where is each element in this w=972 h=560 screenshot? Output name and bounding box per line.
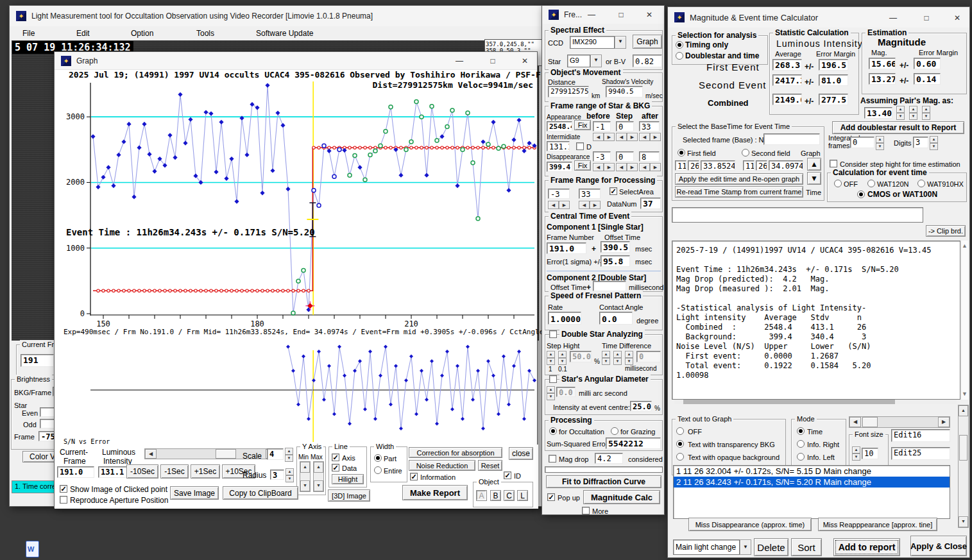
make-report-button[interactable]: Make Report [402,485,468,500]
step-spinner[interactable]: ◀▶ [616,133,638,141]
graph-down-button[interactable]: ▼ [807,172,821,185]
assuming-spinner2[interactable]: ▲▼ [909,106,917,120]
mag2-field[interactable]: 13.27 [869,73,896,85]
up-arrow-icon[interactable]: ▲ [300,462,310,473]
after2-field[interactable]: 8 [639,151,660,162]
maximize-icon[interactable]: □ [486,55,500,67]
angular-spinner[interactable]: ▲▼ [547,386,555,399]
ymax-scrollbar[interactable]: ▲ ▼ [313,461,324,492]
sum-squared-field[interactable]: 5542212 [606,437,661,449]
before-field[interactable]: -1 [593,121,611,132]
time2-mm[interactable]: 26 [756,160,767,171]
time1-ss[interactable]: 33.8524 [701,160,735,171]
copy-clipboard-button[interactable]: Copy to ClipBoard [223,486,298,500]
object-c-button[interactable]: C [504,490,515,501]
reread-timestamp-button[interactable]: Re-read Time Stamp from current frame [675,186,803,198]
selected-frame-field[interactable] [763,133,820,145]
disappearance-fix-button[interactable]: Fix [574,160,591,171]
add-to-report-button[interactable]: Add to report [833,538,900,556]
time2-ss[interactable]: 34.0974 [769,160,803,171]
close-icon[interactable]: ✕ [642,8,656,21]
appearance-field[interactable]: 2548.4 [547,121,572,132]
angular-diameter-checkbox[interactable] [549,375,557,383]
correction-absorption-button[interactable]: Correction for absorption [409,447,502,458]
wat120n-radio[interactable] [867,180,875,187]
offset-time-field[interactable]: 390.5 [601,241,630,253]
menu-edit[interactable]: Edit [76,30,90,37]
transparency-radio[interactable] [676,440,684,448]
3d-image-button[interactable]: [3D] Image [328,489,370,502]
light-change-combo[interactable]: Main light change▼ [673,539,751,555]
graph-titlebar[interactable]: ✦ Graph — □ ✕ [55,52,537,70]
offset-time2-field[interactable] [593,281,626,291]
mag-drop-field[interactable]: 4.2 [595,453,623,464]
scroll-thumb[interactable] [216,449,236,459]
up-arrow-icon[interactable]: ▲ [959,405,968,416]
radius-field[interactable]: 3 [270,470,284,480]
before2-field[interactable]: -3 [593,151,611,162]
main-titlebar[interactable]: ✦ Light Measurement tool for Occultation… [10,6,548,26]
combined-average-field[interactable]: 2149.0 [772,94,802,105]
before2-spinner[interactable]: ◀▶ [593,163,615,171]
digits-field[interactable]: 3 [913,137,928,148]
document-icon[interactable]: W [26,541,39,557]
radius-spinner[interactable]: ▲▼ [286,468,294,481]
popup-checkbox[interactable] [547,493,555,501]
frame-number-field[interactable]: 191.0 [547,242,586,254]
miss-disappearance-button[interactable]: Miss Disappearance (approx. time) [688,518,812,531]
mode-time-radio[interactable] [797,427,805,435]
close-button[interactable]: close [509,447,533,460]
disappearance-field[interactable]: 399.4 [547,162,572,172]
result-row[interactable]: 1 11 26 32.004 +/- 0.172s, S/N= 5.15 D M… [674,466,950,477]
axis-checkbox[interactable] [332,454,339,461]
minimize-icon[interactable]: — [452,55,466,67]
down-arrow-icon[interactable]: ▼ [962,391,968,397]
delete-button[interactable]: Delete [754,538,789,556]
object-l-button[interactable]: L [517,490,528,501]
rate-field[interactable]: 1.0000 [548,312,581,325]
scroll-right-icon[interactable]: ▶ [938,417,950,427]
mag-drop-checkbox[interactable] [549,455,556,462]
assuming-pairs-field[interactable]: 13.40 [864,107,892,119]
select-area-checkbox[interactable] [610,187,617,195]
menu-option[interactable]: Option [131,30,153,37]
for-occultation-radio[interactable] [549,427,557,435]
angular-field[interactable]: 0.0 [556,387,576,397]
apply-close-button[interactable]: Apply & Close [910,536,967,556]
report-text-area[interactable]: 2025-7-19 / (14991)1997 UV14 / UCAC4 395… [672,241,960,400]
data-checkbox[interactable] [332,464,339,471]
calculator-titlebar[interactable]: ✦ Magnitude & Event time Calculator — □ … [668,7,969,28]
part-radio[interactable] [374,454,382,462]
timing-only-radio[interactable] [676,41,683,49]
scroll-thumb[interactable] [862,417,878,427]
wat910hx-radio[interactable] [917,180,925,187]
scroll-thumb[interactable] [959,435,968,461]
appearance-fix-button[interactable]: Fix [574,120,591,130]
edit25-field[interactable]: Edit25 [891,447,950,460]
after2-spinner[interactable]: ◀▶ [639,163,661,171]
range-end-field[interactable]: 33 [579,189,601,199]
ymin-scrollbar[interactable]: ▲ ▼ [300,461,311,492]
object-b-button[interactable]: B [490,490,501,501]
report-hscrollbar[interactable] [674,400,957,404]
range-end-spinner[interactable]: ◀▶ [579,201,601,209]
mag2-error-field[interactable]: 0.14 [914,73,941,85]
ccd-combo[interactable]: IMX290▼ [570,36,626,49]
minus-10sec-button[interactable]: -10Sec [126,464,158,479]
second-field-radio[interactable] [742,149,749,157]
time2-hh[interactable]: 11 [743,160,755,171]
off-radio[interactable] [834,180,842,187]
step-hight-spinner1[interactable]: ▲▼ [547,351,555,364]
distance-field[interactable]: 279912575 [548,86,589,98]
maximize-icon[interactable]: □ [919,12,934,24]
current-frame-field[interactable]: 191.0 [57,466,94,478]
minimize-icon[interactable]: — [886,12,900,24]
fit-diffraction-button[interactable]: Fit to Diffraction Curve [546,475,661,488]
consider-step-checkbox[interactable] [830,160,837,167]
fresnel-titlebar[interactable]: ✦ Fre... — □ ✕ [542,6,664,24]
apply-edit-time-button[interactable]: Apply the edit time and Re-open graph [675,173,803,185]
bv-field[interactable]: 0.82 [633,55,662,67]
step-field[interactable]: 0 [616,121,634,132]
assuming-spinner1[interactable]: ▲▼ [896,106,905,120]
star-type-combo[interactable]: G9▼ [567,55,602,67]
